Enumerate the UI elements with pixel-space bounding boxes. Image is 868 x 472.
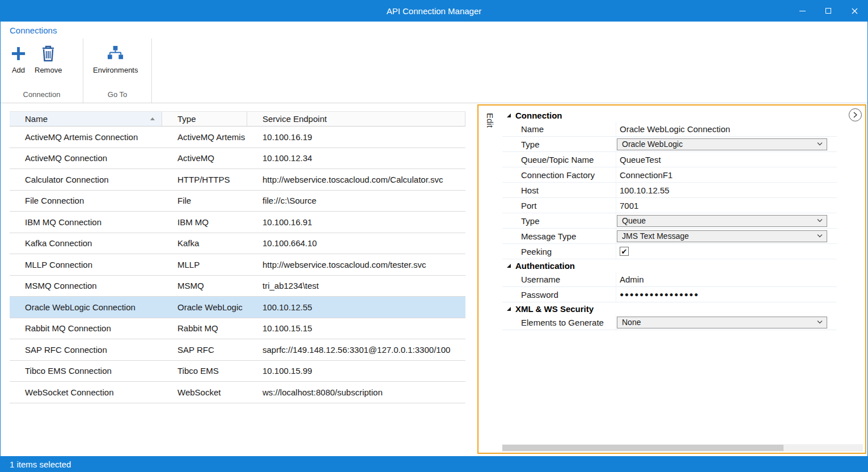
maximize-icon xyxy=(825,8,831,14)
property-value-cell: Oracle WebLogic Connection xyxy=(616,121,837,136)
property-label: Connection Factory xyxy=(502,167,616,182)
column-header-endpoint-label: Service Endpoint xyxy=(262,114,327,124)
property-value-cell: ✔ xyxy=(616,244,837,259)
password-field[interactable]: ●●●●●●●●●●●●●●●● xyxy=(620,290,699,298)
api-connection-manager-window: API Connection Manager Connections Add xyxy=(0,0,868,472)
cell-name: WebSocket Connection xyxy=(10,382,162,403)
property-group-xml-ws-security[interactable]: XML & WS Security xyxy=(502,302,837,315)
property-row-queue-topic-name: Queue/Topic NameQueueTest xyxy=(502,152,837,167)
port-field[interactable]: 7001 xyxy=(620,201,638,210)
cell-endpoint: 10.100.12.34 xyxy=(247,148,465,169)
cell-type: MSMQ xyxy=(162,276,247,297)
cell-endpoint: 10.100.16.91 xyxy=(247,212,465,233)
table-row-oracle-weblogic-connection[interactable]: Oracle WebLogic ConnectionOracle WebLogi… xyxy=(10,297,465,318)
horizontal-scrollbar[interactable] xyxy=(502,444,863,452)
cell-name: ActiveMQ Artemis Connection xyxy=(10,127,162,148)
queue-topic-name-field[interactable]: QueueTest xyxy=(620,155,661,165)
table-row-activemq-artemis-connection[interactable]: ActiveMQ Artemis ConnectionActiveMQ Arte… xyxy=(10,127,465,148)
property-label: Username xyxy=(502,272,616,286)
name-field[interactable]: Oracle WebLogic Connection xyxy=(620,124,730,134)
table-row-activemq-connection[interactable]: ActiveMQ ConnectionActiveMQ10.100.12.34 xyxy=(10,148,465,170)
property-value-cell: ConnectionF1 xyxy=(616,167,837,182)
sort-ascending-icon xyxy=(150,117,155,120)
property-row-port: Port7001 xyxy=(502,198,837,213)
column-header-service-endpoint[interactable]: Service Endpoint xyxy=(247,112,465,126)
table-row-calculator-connection[interactable]: Calculator ConnectionHTTP/HTTPShttp://we… xyxy=(10,169,465,191)
scrollbar-thumb[interactable] xyxy=(502,445,784,451)
cell-name: Rabbit MQ Connection xyxy=(10,318,162,339)
property-row-host: Host100.10.12.55 xyxy=(502,183,837,198)
property-group-label: Authentication xyxy=(515,261,575,271)
cell-name: MSMQ Connection xyxy=(10,276,162,297)
status-text: 1 items selected xyxy=(10,460,71,469)
property-value-cell: Oracle WebLogic xyxy=(616,137,837,151)
property-group-label: XML & WS Security xyxy=(515,304,594,314)
trash-icon xyxy=(41,44,56,62)
type-dropdown[interactable]: Oracle WebLogic xyxy=(617,138,827,150)
cell-type: Oracle WebLogic xyxy=(162,297,247,318)
environments-button[interactable]: Environments xyxy=(90,43,141,75)
connections-table: Name Type Service Endpoint ActiveMQ Arte… xyxy=(10,111,465,403)
connection-factory-field[interactable]: ConnectionF1 xyxy=(620,170,672,180)
property-group-label: Connection xyxy=(515,111,562,120)
column-header-type[interactable]: Type xyxy=(162,112,247,126)
cell-type: MLLP xyxy=(162,254,247,275)
ribbon: Add Remove Connection xyxy=(1,39,867,103)
table-row-mllp-connection[interactable]: MLLP ConnectionMLLPhttp://webservice.tos… xyxy=(10,254,465,276)
chevron-down-icon xyxy=(817,219,823,222)
minimize-button[interactable] xyxy=(789,0,815,22)
table-row-kafka-connection[interactable]: Kafka ConnectionKafka10.100.664.10 xyxy=(10,233,465,255)
maximize-button[interactable] xyxy=(815,0,841,22)
table-row-rabbit-mq-connection[interactable]: Rabbit MQ ConnectionRabbit MQ10.100.15.1… xyxy=(10,318,465,340)
property-row-elements-to-generate: Elements to GenerateNone xyxy=(502,315,837,330)
property-row-password: Password●●●●●●●●●●●●●●●● xyxy=(502,287,837,302)
table-row-sap-rfc-connection[interactable]: SAP RFC ConnectionSAP RFCsaprfc://149.14… xyxy=(10,339,465,361)
cell-type: ActiveMQ Artemis xyxy=(162,127,247,148)
tab-connections[interactable]: Connections xyxy=(10,26,57,35)
edit-tab-label: Edit xyxy=(485,113,495,128)
property-label: Queue/Topic Name xyxy=(502,152,616,167)
username-field[interactable]: Admin xyxy=(620,275,644,284)
window-controls xyxy=(789,0,867,22)
cell-name: File Connection xyxy=(10,191,162,212)
message-type-dropdown[interactable]: JMS Text Message xyxy=(617,230,827,242)
property-label: Elements to Generate xyxy=(502,315,616,330)
peeking-checkbox[interactable]: ✔ xyxy=(620,247,629,256)
plus-icon xyxy=(10,44,27,62)
property-row-type: TypeQueue xyxy=(502,213,837,229)
ribbon-group-label-goto: Go To xyxy=(83,90,151,103)
host-field[interactable]: 100.10.12.55 xyxy=(620,186,670,195)
ribbon-buttons-connection: Add Remove xyxy=(1,39,83,90)
table-row-msmq-connection[interactable]: MSMQ ConnectionMSMQtri_ab1234\test xyxy=(10,276,465,297)
cell-name: Tibco EMS Connection xyxy=(10,361,162,382)
table-row-websocket-connection[interactable]: WebSocket ConnectionWebSocketws://localh… xyxy=(10,382,465,403)
add-button[interactable]: Add xyxy=(7,43,29,75)
expander-icon xyxy=(507,113,511,117)
cell-endpoint: ws://localhost:8080/subscription xyxy=(247,382,465,403)
close-button[interactable] xyxy=(841,0,867,22)
type-dropdown[interactable]: Queue xyxy=(617,215,827,227)
cell-name: SAP RFC Connection xyxy=(10,339,162,360)
property-row-peeking: Peeking✔ xyxy=(502,244,837,259)
chevron-down-icon xyxy=(817,321,823,324)
window-title: API Connection Manager xyxy=(1,6,867,16)
collapse-panel-button[interactable] xyxy=(849,108,862,121)
edit-tab[interactable]: Edit xyxy=(479,106,502,444)
property-value-cell: None xyxy=(616,315,837,330)
expander-icon xyxy=(507,264,511,268)
elements-to-generate-dropdown[interactable]: None xyxy=(617,317,827,328)
table-row-tibco-ems-connection[interactable]: Tibco EMS ConnectionTibco EMS10.100.15.9… xyxy=(10,361,465,382)
property-group-connection[interactable]: Connection xyxy=(502,109,837,121)
cell-endpoint: 100.10.12.55 xyxy=(247,297,465,318)
dropdown-selected-value: Queue xyxy=(622,216,817,225)
property-group-authentication[interactable]: Authentication xyxy=(502,259,837,272)
edit-panel: Edit ConnectionNameOracle WebLogic Conne… xyxy=(477,104,866,454)
table-row-file-connection[interactable]: File ConnectionFilefile://c:\Source xyxy=(10,191,465,212)
remove-button[interactable]: Remove xyxy=(32,43,65,75)
column-header-name[interactable]: Name xyxy=(10,112,162,126)
cell-type: ActiveMQ xyxy=(162,148,247,169)
property-grid: ConnectionNameOracle WebLogic Connection… xyxy=(502,109,837,330)
cell-name: ActiveMQ Connection xyxy=(10,148,162,169)
cell-type: SAP RFC xyxy=(162,339,247,360)
table-row-ibm-mq-connection[interactable]: IBM MQ ConnectionIBM MQ10.100.16.91 xyxy=(10,212,465,233)
